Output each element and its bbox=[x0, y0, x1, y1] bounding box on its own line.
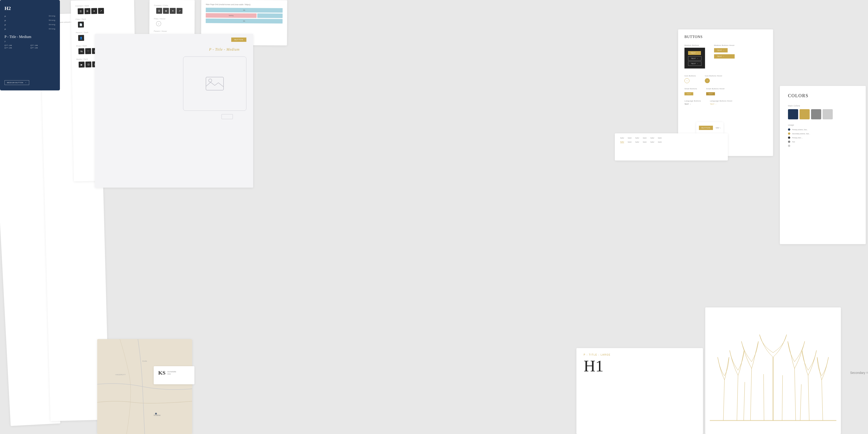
medium-button-dark[interactable]: MEDIUM BUTTON → bbox=[4, 80, 29, 85]
tile-row-4: P Strong bbox=[4, 28, 55, 31]
map-content: Kristine VIASDROTT Erelle Ul bbox=[97, 339, 192, 434]
lang-btn[interactable]: TEXT → bbox=[684, 103, 701, 105]
language-buttons-group: Language Buttons TEXT → bbox=[684, 100, 701, 105]
usage-dot-lightgray bbox=[788, 145, 790, 147]
small-placeholder-btn[interactable] bbox=[221, 114, 233, 119]
small-buttons-section: Small Buttons TEXT Small Buttons Hover T… bbox=[684, 88, 767, 95]
svg-line-5 bbox=[723, 380, 724, 421]
p-title-medium-label: P - Title - Medium bbox=[209, 48, 240, 52]
icon-color-arrow: ↗ bbox=[177, 8, 182, 14]
nav-item-1[interactable]: NAV bbox=[620, 137, 624, 139]
icon-color-grid: ⊞ bbox=[163, 8, 169, 14]
nav-item-6b[interactable]: NAV bbox=[658, 141, 662, 143]
nav-section-files-hover: Files / Hover ○ bbox=[154, 18, 190, 28]
nav-item-3b[interactable]: NAV bbox=[636, 141, 639, 143]
forest-svg bbox=[710, 312, 836, 425]
grid-cell-blue-2 bbox=[257, 13, 283, 18]
tile-row-2: P Strong bbox=[4, 19, 55, 22]
medium-btn-hover-1[interactable]: TEXT → bbox=[714, 48, 728, 53]
medium-btn-3[interactable]: TEXT → bbox=[688, 61, 702, 66]
image-placeholder bbox=[183, 57, 246, 111]
image-placeholder-icon bbox=[206, 77, 224, 90]
nav-item-active-1[interactable]: NAV bbox=[620, 141, 624, 143]
logo-content: KS SAUNAMÄEODA bbox=[154, 366, 194, 379]
icon-shop1: 🛍 bbox=[79, 48, 84, 54]
tile-row-3: P Strong bbox=[4, 24, 55, 26]
usage-row-dark: Primary Slon ... bbox=[788, 136, 858, 139]
medium-buttons-group: Medium Buttons TEXT → TEXT → TEXT → bbox=[684, 44, 705, 70]
grid-row-2: Nothing bbox=[206, 13, 283, 18]
nav-item-3[interactable]: NAV bbox=[636, 137, 639, 139]
icon-grid: ⊞ bbox=[85, 8, 90, 14]
small-btn[interactable]: TEXT bbox=[684, 92, 693, 95]
icon-btn[interactable]: + bbox=[684, 78, 689, 83]
svg-line-10 bbox=[764, 374, 764, 421]
main-colors-label: Main Colors bbox=[788, 105, 858, 107]
nav-item-5b[interactable]: NAV bbox=[650, 141, 654, 143]
swatch-gray bbox=[811, 109, 821, 119]
nav-row-1: NAV NAV NAV NAV NAV NAV bbox=[620, 137, 722, 139]
nav-button-demo[interactable]: BUTTON bbox=[699, 126, 713, 130]
grid-cell-blue-1: title bbox=[206, 8, 283, 13]
secondary-label: Secondary = bbox=[850, 371, 868, 375]
logo-text: SAUNAMÄEODA bbox=[167, 371, 176, 375]
tile-link-4: P - Link bbox=[31, 47, 56, 49]
grid-visualization: title Nothing title bbox=[206, 8, 283, 24]
usage-row-gray: Text bbox=[788, 141, 858, 143]
nav-demo-label[interactable]: NAV ↓ bbox=[716, 127, 721, 129]
icon-close: ✕ bbox=[91, 8, 97, 14]
usage-label-gray: Text bbox=[792, 141, 795, 143]
nav-item-6[interactable]: NAV bbox=[658, 137, 662, 139]
medium-btn-1[interactable]: TEXT → bbox=[688, 51, 701, 55]
nav-item-2[interactable]: NAV bbox=[628, 137, 631, 139]
small-buttons-group: Small Buttons TEXT bbox=[684, 88, 697, 95]
svg-line-3 bbox=[750, 368, 752, 421]
panel-h1-bottom: P - TITLE - LARGE H1 bbox=[577, 348, 703, 434]
nav-section-connect-dark: Connect / Dark ☰ ⊞ ✕ ↗ bbox=[75, 4, 130, 16]
icon-file-hover: ○ bbox=[156, 21, 161, 26]
logo-ks: KS bbox=[158, 370, 165, 376]
medium-buttons-section: Medium Buttons TEXT → TEXT → TEXT → Medi… bbox=[684, 44, 767, 70]
tile-links: P - Link P - Link P - Link P - Link bbox=[4, 44, 55, 49]
nav-item-2b[interactable]: NAV bbox=[628, 141, 631, 143]
icon-media2: ⊡ bbox=[86, 61, 91, 67]
panel-logo: KS SAUNAMÄEODA bbox=[154, 366, 194, 384]
medium-btn-2[interactable]: TEXT → bbox=[688, 56, 702, 61]
svg-line-12 bbox=[800, 384, 801, 421]
button-demo-top[interactable]: BUTTON bbox=[231, 37, 246, 42]
icon-color-close: ✕ bbox=[170, 8, 176, 14]
nav-item-4[interactable]: NAV bbox=[643, 137, 647, 139]
grid-row-3: title bbox=[206, 19, 283, 24]
swatch-light-gray bbox=[823, 109, 833, 119]
canvas: Max-width: 767px 6px 40px 32px 18px 16PX… bbox=[0, 0, 868, 434]
lang-btn-hover[interactable]: TEXT → bbox=[710, 103, 733, 105]
tile-row-1: P Strong bbox=[4, 15, 55, 18]
buttons-title: BUTTONS bbox=[684, 35, 767, 39]
medium-buttons-demo-dark: TEXT → TEXT → TEXT → bbox=[684, 48, 705, 68]
usage-dot-navy bbox=[788, 128, 790, 131]
svg-point-20 bbox=[155, 413, 157, 414]
svg-line-6 bbox=[795, 368, 796, 421]
panel-main-center: BUTTON P - Title - Medium bbox=[95, 34, 253, 188]
icon-btn-hover[interactable]: + bbox=[705, 78, 710, 83]
svg-text:VIASDROTT: VIASDROTT bbox=[115, 374, 126, 376]
swatch-gold bbox=[800, 109, 810, 119]
icon-color-menu: ☰ bbox=[156, 8, 162, 14]
medium-buttons-hover-group: Medium Buttons Hover TEXT → TEXT → bbox=[714, 44, 735, 70]
h1-display: H1 bbox=[584, 358, 696, 374]
icon-shop2: ♡ bbox=[85, 48, 91, 54]
nav-item-4b[interactable]: NAV bbox=[643, 141, 647, 143]
nav-section-files-dark: Files / Dark 📄 bbox=[75, 18, 130, 29]
usage-row-lightgray bbox=[788, 145, 858, 147]
medium-btn-hover-2[interactable]: TEXT → bbox=[714, 54, 735, 59]
colors-title: COLORS bbox=[788, 93, 858, 98]
nav-item-5[interactable]: NAV bbox=[650, 137, 654, 139]
small-btn-hover[interactable]: TEXT bbox=[706, 92, 715, 95]
panel-colors: COLORS Main Colors usage Primary actions… bbox=[780, 86, 866, 244]
icon-buttons-section: Icon Buttons + Icon Buttons Hover + bbox=[684, 75, 767, 83]
svg-text:Erelle: Erelle bbox=[143, 360, 147, 362]
svg-line-8 bbox=[822, 380, 823, 421]
svg-line-11 bbox=[744, 382, 745, 421]
language-buttons-hover-group: Language Buttons Hover TEXT → bbox=[710, 100, 733, 105]
usage-label-gold: Secondary actions, Sub... bbox=[792, 133, 810, 134]
